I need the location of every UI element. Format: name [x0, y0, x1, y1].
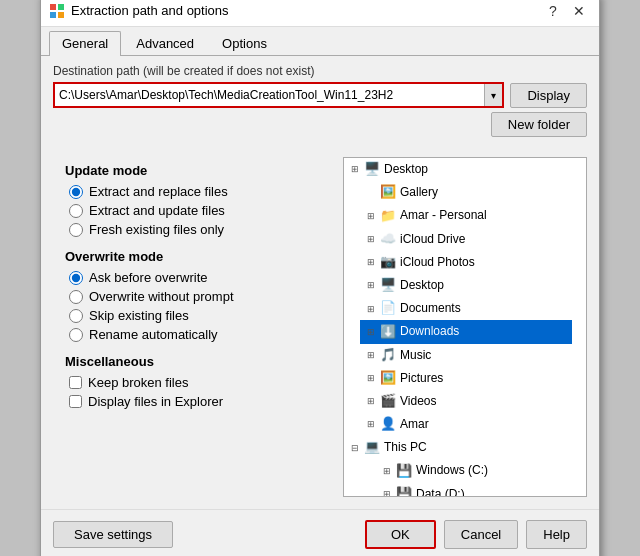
overwrite-option-0[interactable]: Ask before overwrite: [69, 270, 321, 285]
help-title-btn[interactable]: ?: [541, 0, 565, 23]
dest-input-wrapper: ▾: [53, 82, 504, 108]
overwrite-option-1[interactable]: Overwrite without prompt: [69, 289, 321, 304]
expand-icon: ⊟: [348, 441, 362, 455]
expand-icon: ⊞: [364, 418, 378, 432]
tab-advanced[interactable]: Advanced: [123, 31, 207, 55]
tree-item-downloads[interactable]: ⊞ ⬇️ Downloads: [360, 320, 572, 343]
expand-icon: ⊞: [380, 464, 394, 478]
docs-icon: 📄: [380, 301, 396, 317]
tree-item-windows-c[interactable]: ⊞ 💾 Windows (C:): [376, 459, 572, 482]
new-folder-button[interactable]: New folder: [491, 112, 587, 137]
expand-icon: ⊞: [364, 279, 378, 293]
expand-icon: ⊞: [364, 302, 378, 316]
pictures-icon: 🖼️: [380, 370, 396, 386]
drive-icon: 💾: [396, 463, 412, 479]
svg-rect-1: [58, 4, 64, 10]
tree-item-icloud-drive[interactable]: ⊞ ☁️ iCloud Drive: [360, 228, 572, 251]
expand-icon: ⊞: [364, 371, 378, 385]
dest-label: Destination path (will be created if doe…: [53, 64, 587, 78]
main-content: Update mode Extract and replace files Ex…: [41, 145, 599, 509]
update-option-2[interactable]: Fresh existing files only: [69, 222, 321, 237]
tree-item-data-d[interactable]: ⊞ 💾 Data (D:): [376, 483, 572, 497]
svg-rect-0: [50, 4, 56, 10]
help-button[interactable]: Help: [526, 520, 587, 549]
update-option-1[interactable]: Extract and update files: [69, 203, 321, 218]
update-radio-2[interactable]: [69, 223, 83, 237]
left-panel: Update mode Extract and replace files Ex…: [53, 157, 333, 497]
overwrite-radio-0[interactable]: [69, 271, 83, 285]
bottom-right-buttons: OK Cancel Help: [365, 520, 587, 549]
overwrite-option-3[interactable]: Rename automatically: [69, 327, 321, 342]
expand-icon: ⊞: [380, 487, 394, 497]
cloud-icon: ☁️: [380, 231, 396, 247]
bottom-bar: Save settings OK Cancel Help: [41, 509, 599, 556]
title-bar: Extraction path and options ? ✕: [41, 0, 599, 27]
overwrite-radio-1[interactable]: [69, 290, 83, 304]
expand-icon: [364, 186, 378, 200]
expand-icon: ⊞: [364, 232, 378, 246]
dialog-title: Extraction path and options: [71, 3, 541, 18]
svg-rect-3: [58, 12, 64, 18]
tree-item-desktop[interactable]: ⊞ 🖥️ Desktop: [344, 158, 572, 181]
update-radio-1[interactable]: [69, 204, 83, 218]
expand-icon: ⊞: [364, 255, 378, 269]
save-settings-button[interactable]: Save settings: [53, 521, 173, 548]
title-bar-buttons: ? ✕: [541, 0, 591, 23]
tab-options[interactable]: Options: [209, 31, 280, 55]
tree-item-music[interactable]: ⊞ 🎵 Music: [360, 344, 572, 367]
misc-section: Miscellaneous Keep broken files Display …: [53, 348, 333, 415]
update-mode-options: Extract and replace files Extract and up…: [69, 184, 321, 237]
overwrite-mode-options: Ask before overwrite Overwrite without p…: [69, 270, 321, 342]
dest-dropdown-btn[interactable]: ▾: [484, 84, 502, 106]
expand-icon: ⊞: [364, 325, 378, 339]
tree-item-thispc[interactable]: ⊟ 💻 This PC: [344, 436, 572, 459]
overwrite-radio-3[interactable]: [69, 328, 83, 342]
overwrite-mode-section: Overwrite mode Ask before overwrite Over…: [53, 243, 333, 348]
tree-item-gallery[interactable]: 🖼️ Gallery: [360, 181, 572, 204]
tree-item-videos[interactable]: ⊞ 🎬 Videos: [360, 390, 572, 413]
tree-item-amar-personal[interactable]: ⊞ 📁 Amar - Personal: [360, 204, 572, 227]
ok-button[interactable]: OK: [365, 520, 436, 549]
folder-tree[interactable]: ⊞ 🖥️ Desktop 🖼️ Gallery ⊞ 📁 Amar - Perso…: [343, 157, 587, 497]
display-button[interactable]: Display: [510, 83, 587, 108]
misc-title: Miscellaneous: [65, 354, 321, 369]
misc-checkbox-1[interactable]: [69, 395, 82, 408]
expand-icon: ⊞: [364, 209, 378, 223]
overwrite-option-2[interactable]: Skip existing files: [69, 308, 321, 323]
update-radio-0[interactable]: [69, 185, 83, 199]
extraction-dialog: Extraction path and options ? ✕ General …: [40, 0, 600, 556]
folder-icon: 🖥️: [364, 162, 380, 178]
pc-icon: 💻: [364, 440, 380, 456]
tree-item-icloud-photos[interactable]: ⊞ 📷 iCloud Photos: [360, 251, 572, 274]
misc-options: Keep broken files Display files in Explo…: [69, 375, 321, 409]
expand-icon: ⊞: [364, 348, 378, 362]
tree-item-documents[interactable]: ⊞ 📄 Documents: [360, 297, 572, 320]
overwrite-radio-2[interactable]: [69, 309, 83, 323]
tab-general[interactable]: General: [49, 31, 121, 56]
misc-option-0[interactable]: Keep broken files: [69, 375, 321, 390]
misc-option-1[interactable]: Display files in Explorer: [69, 394, 321, 409]
thispc-children: ⊞ 💾 Windows (C:) ⊞ 💾 Data (D:) ⊞ 💾 Techv…: [344, 459, 572, 497]
downloads-icon: ⬇️: [380, 324, 396, 340]
update-option-0[interactable]: Extract and replace files: [69, 184, 321, 199]
tree-children: 🖼️ Gallery ⊞ 📁 Amar - Personal ⊞ ☁️ iClo…: [344, 181, 572, 436]
overwrite-mode-title: Overwrite mode: [65, 249, 321, 264]
cancel-button[interactable]: Cancel: [444, 520, 518, 549]
misc-checkbox-0[interactable]: [69, 376, 82, 389]
expand-icon: ⊞: [348, 163, 362, 177]
gallery-icon: 🖼️: [380, 185, 396, 201]
expand-icon: ⊞: [364, 394, 378, 408]
user-icon: 👤: [380, 417, 396, 433]
tree-item-amar[interactable]: ⊞ 👤 Amar: [360, 413, 572, 436]
folder-icon: 📁: [380, 208, 396, 224]
svg-rect-2: [50, 12, 56, 18]
close-title-btn[interactable]: ✕: [567, 0, 591, 23]
dest-path-input[interactable]: [55, 85, 484, 105]
photos-icon: 📷: [380, 254, 396, 270]
tree-item-desktop2[interactable]: ⊞ 🖥️ Desktop: [360, 274, 572, 297]
app-icon: [49, 3, 65, 19]
dest-section: Destination path (will be created if doe…: [41, 56, 599, 145]
videos-icon: 🎬: [380, 393, 396, 409]
music-icon: 🎵: [380, 347, 396, 363]
tree-item-pictures[interactable]: ⊞ 🖼️ Pictures: [360, 367, 572, 390]
